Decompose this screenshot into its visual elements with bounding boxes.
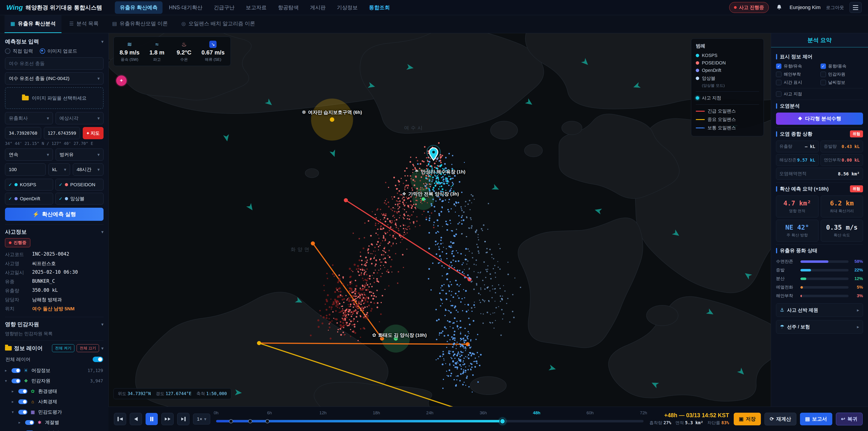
collapse-chevron-icon[interactable]: ▾ <box>101 345 103 351</box>
latitude-input[interactable] <box>5 127 41 139</box>
layer-row[interactable]: ▾▦민감도평가 <box>5 407 103 417</box>
expand-chevron-icon[interactable]: ▸ <box>5 368 9 373</box>
spill-mode-select[interactable]: 연속▾ <box>5 149 53 161</box>
layer-toggle[interactable] <box>11 368 21 373</box>
display-option-checkbox[interactable]: ✓풍향/풍속 <box>820 63 863 69</box>
oil-type-select[interactable]: 벙커유▾ <box>56 149 103 161</box>
model-checkbox[interactable]: ✓앙상블 <box>55 193 103 205</box>
collapse-chevron-icon[interactable]: ▾ <box>101 229 103 235</box>
tab-2[interactable]: ▤유출유확산모델 이론 <box>106 15 174 33</box>
hamburger-menu-icon[interactable] <box>849 2 862 13</box>
polygon-analysis-button[interactable]: ❖다각형 분석수행 <box>776 113 863 125</box>
expand-chevron-icon[interactable]: ▾ <box>5 378 9 383</box>
notification-bell-icon[interactable] <box>774 2 784 12</box>
layer-toggle[interactable] <box>25 420 34 425</box>
tab-0[interactable]: ▦유출유 확산분석 <box>4 15 61 33</box>
nav-item-3[interactable]: 보고자료 <box>241 1 272 14</box>
model-checkbox[interactable]: ✓POSEIDON <box>55 179 103 190</box>
map-canvas[interactable]: ≋8.9 m/s풍속 (SW)≈1.8 m파고♨9.2°C수온↘0.67 m/s… <box>108 33 771 407</box>
playback-speed-select[interactable]: 1×▾ <box>193 413 210 425</box>
all-layers-on-button[interactable]: 전체 켜기 <box>52 344 74 352</box>
layer-row[interactable]: ▸♓어장정보17,129 <box>5 365 103 376</box>
recalculate-button[interactable]: ⟳재계산 <box>765 413 796 425</box>
spill-company-select[interactable]: 유출회사▾ <box>5 112 53 124</box>
user-name[interactable]: Eunjeong Kim <box>789 4 820 10</box>
pick-on-map-button[interactable]: ⌖지도 <box>83 127 103 139</box>
tab-3[interactable]: ◎오일펜스 배치 알고리즘 이론 <box>176 15 261 33</box>
fast-forward-button[interactable] <box>161 413 174 425</box>
timeline-tick[interactable]: 12h <box>319 410 327 415</box>
nav-item-5[interactable]: 게시판 <box>305 1 331 14</box>
timeline-tick[interactable]: 48h <box>533 410 540 415</box>
fence-event-marker[interactable] <box>266 419 270 423</box>
incident-active-badge[interactable]: 사고 진행중 <box>729 2 769 13</box>
nav-item-2[interactable]: 긴급구난 <box>209 1 240 14</box>
tab-1[interactable]: ☰분석 목록 <box>63 15 104 33</box>
timeline-tick[interactable]: 36h <box>480 410 487 415</box>
collapse-chevron-icon[interactable]: ▾ <box>101 39 103 44</box>
expand-chevron-icon[interactable]: ▸ <box>19 420 23 425</box>
all-layers-off-button[interactable]: 전체 끄기 <box>76 344 99 352</box>
timeline-tick[interactable]: 0h <box>214 410 218 415</box>
timeline-tick[interactable]: 60h <box>587 410 594 415</box>
spill-amount-input[interactable] <box>5 163 46 176</box>
expand-chevron-icon[interactable]: ▸ <box>12 399 16 404</box>
incident-select[interactable]: 여수 유조선 충돌 (INC-0042)▾ <box>5 72 103 85</box>
skip-start-button[interactable] <box>114 413 126 425</box>
nav-item-4[interactable]: 항공탐색 <box>273 1 304 14</box>
save-button[interactable]: ▣저장 <box>734 413 761 425</box>
display-option-checkbox[interactable]: 시간 표시 <box>776 80 819 86</box>
run-prediction-button[interactable]: ⚡확산예측 실행 <box>5 208 103 221</box>
model-checkbox[interactable]: ✓KOSPS <box>5 179 53 190</box>
image-upload-dropzone[interactable]: 이미지 파일을 선택하세요 <box>5 87 103 109</box>
timeline-track[interactable] <box>216 420 644 423</box>
timeline-tick[interactable]: 6h <box>267 410 272 415</box>
pause-button[interactable] <box>146 413 158 425</box>
expand-chevron-icon[interactable]: ▾ <box>12 410 16 414</box>
expand-chevron-icon[interactable]: ▸ <box>12 389 16 394</box>
layer-toggle[interactable] <box>18 410 27 414</box>
model-checkbox[interactable]: ✓OpenDrift <box>5 193 53 205</box>
accident-point-checkbox[interactable]: 사고 지점 <box>776 91 863 97</box>
layer-row[interactable]: ▸⌂사회경제 <box>5 396 103 407</box>
logout-button[interactable]: 로그아웃 <box>826 4 844 11</box>
nav-item-0[interactable]: 유출유 확산예측 <box>115 1 162 14</box>
display-option-checkbox[interactable]: 민감자원 <box>820 71 863 77</box>
report-button[interactable]: ▤보고서 <box>800 413 832 425</box>
owner-insurance-section[interactable]: ☂ 선주 / 보험 ▸ <box>776 320 863 334</box>
layer-row[interactable]: ▸≈해안선 <box>5 428 103 431</box>
display-option-checkbox[interactable]: 날씨정보 <box>820 80 863 86</box>
step-back-button[interactable] <box>130 413 142 425</box>
timeline-tick[interactable]: 24h <box>426 410 434 415</box>
expected-time-select[interactable]: 예상시각▾ <box>56 112 103 124</box>
vessel-spec-section[interactable]: ⚓ 사고 선박 제원 ▸ <box>776 303 863 317</box>
display-option-checkbox[interactable]: 해안부착 <box>776 71 819 77</box>
fence-event-marker[interactable] <box>229 419 233 423</box>
timeline-knob[interactable] <box>500 418 505 424</box>
timeline-tick[interactable]: 72h <box>640 410 647 415</box>
collapse-chevron-icon[interactable]: ▾ <box>101 321 103 327</box>
timeline-scrubber[interactable]: 0h6h12h18h24h36h48h60h72h <box>216 407 644 431</box>
skip-end-button[interactable] <box>177 413 189 425</box>
layer-row[interactable]: ▸✱계절별 <box>5 417 103 428</box>
layer-row[interactable]: ▾❖민감자원3,947 <box>5 376 103 386</box>
unit-select[interactable]: kL▾ <box>49 163 70 176</box>
return-button[interactable]: ↩복귀 <box>836 413 863 425</box>
duration-select[interactable]: 48시간▾ <box>73 163 103 176</box>
radio-image-upload[interactable]: 이미지 업로드 <box>40 48 77 54</box>
map-style-button[interactable]: ✦ <box>116 75 127 86</box>
incident-name-input[interactable] <box>5 57 103 70</box>
layer-toggle[interactable] <box>18 389 27 394</box>
layer-row[interactable]: ▸✿환경생태 <box>5 386 103 396</box>
timeline-tick[interactable]: 18h <box>373 410 380 415</box>
master-layer-toggle[interactable] <box>93 357 103 362</box>
nav-item-7[interactable]: 통합조회 <box>364 1 395 14</box>
layer-toggle[interactable] <box>18 399 27 404</box>
longitude-input[interactable] <box>44 127 80 139</box>
radio-direct-input[interactable]: 직접 입력 <box>5 48 33 54</box>
display-option-checkbox[interactable]: ✓유향/유속 <box>776 63 819 69</box>
nav-item-1[interactable]: HNS·대기확산 <box>164 1 207 14</box>
fence-event-marker[interactable] <box>248 419 252 423</box>
nav-item-6[interactable]: 기상정보 <box>332 1 363 14</box>
layer-toggle[interactable] <box>11 378 21 383</box>
